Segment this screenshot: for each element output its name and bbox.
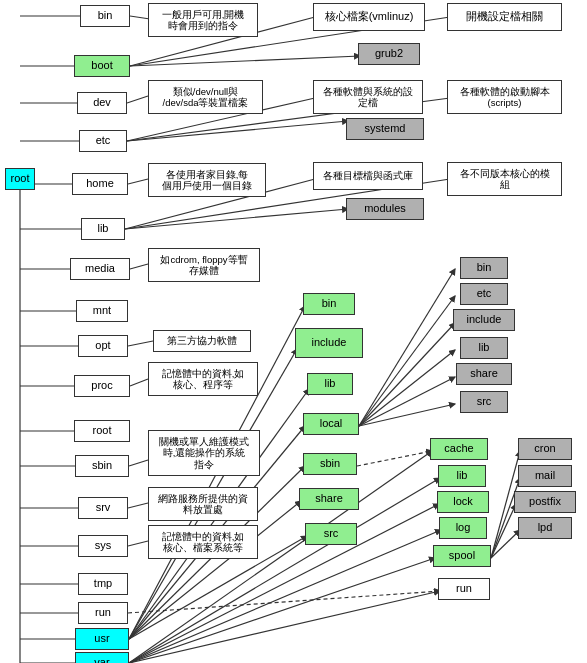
- systemd-node: systemd: [346, 118, 424, 140]
- proc-node: proc: [74, 375, 130, 397]
- svg-line-29: [128, 541, 148, 546]
- svg-line-30: [130, 56, 360, 66]
- svg-line-48: [359, 323, 455, 426]
- usr-share-node: share: [299, 488, 359, 510]
- bootconf-node: 開機設定檔相關: [447, 3, 562, 31]
- usr-include-node: include: [295, 328, 363, 358]
- svg-line-60: [491, 504, 516, 558]
- grub2-node: grub2: [358, 43, 420, 65]
- svg-line-46: [359, 269, 455, 426]
- opt-node: opt: [78, 335, 128, 357]
- note-sbin: 關機或單人維護模式時,還能操作的系統指令: [148, 430, 260, 476]
- var-node: var: [75, 652, 129, 663]
- usr-lib-node: lib: [307, 373, 353, 395]
- svg-line-22: [127, 96, 148, 103]
- usr-node: usr: [75, 628, 129, 650]
- srv-node: srv: [78, 497, 128, 519]
- svg-line-26: [130, 379, 148, 386]
- tmp-node: tmp: [78, 573, 128, 595]
- svg-line-56: [129, 558, 435, 663]
- etc-note1: 各種軟體與系統的設定檔: [313, 80, 423, 114]
- usr-src-node: src: [305, 523, 357, 545]
- svg-line-50: [359, 377, 455, 426]
- note-media: 如cdrom, floppy等暫存媒體: [148, 248, 260, 282]
- home-node: home: [72, 173, 128, 195]
- postfix-node: postfix: [514, 491, 576, 513]
- sys-node: sys: [78, 535, 128, 557]
- cron-node: cron: [518, 438, 572, 460]
- vmlinuz-node: 核心檔案(vmlinuz): [313, 3, 425, 31]
- svg-line-36: [125, 209, 348, 229]
- svg-line-25: [128, 341, 153, 346]
- var-lib-node: lib: [438, 465, 486, 487]
- lib-note1: 各種目標檔與函式庫: [313, 162, 423, 190]
- bin-node: bin: [80, 5, 130, 27]
- local-etc-node: etc: [460, 283, 508, 305]
- media-node: media: [70, 258, 130, 280]
- svg-line-49: [359, 350, 455, 426]
- svg-line-57: [129, 591, 440, 663]
- run-node: run: [78, 602, 128, 624]
- boot-node: boot: [74, 55, 130, 77]
- usr-bin-node: bin: [303, 293, 355, 315]
- modules-node: modules: [346, 198, 424, 220]
- local-share-node: share: [456, 363, 512, 385]
- lib-note2: 各不同版本核心的模組: [447, 162, 562, 196]
- root-node: root: [5, 168, 35, 190]
- note-dev: 類似/dev/null與/dev/sda等裝置檔案: [148, 80, 263, 114]
- mail-node: mail: [518, 465, 572, 487]
- note-home: 各使用者家目錄,每個用戶使用一個目錄: [148, 163, 266, 197]
- local-lib-node: lib: [460, 337, 508, 359]
- var-log-node: log: [439, 517, 487, 539]
- mnt-node: mnt: [76, 300, 128, 322]
- note-bin: 一般用戶可用,開機時會用到的指令: [148, 3, 258, 37]
- note-proc: 記憶體中的資料,如核心、程序等: [148, 362, 258, 396]
- filesystem-diagram: root bin boot dev etc home lib media mnt…: [0, 0, 587, 663]
- lpd-node: lpd: [518, 517, 572, 539]
- svg-line-61: [491, 530, 520, 558]
- note-sys: 記憶體中的資料,如核心、檔案系統等: [148, 525, 258, 559]
- note-opt: 第三方協力軟體: [153, 330, 251, 352]
- svg-line-63: [357, 451, 432, 466]
- local-src-node: src: [460, 391, 508, 413]
- var-spool-node: spool: [433, 545, 491, 567]
- svg-line-27: [129, 460, 148, 466]
- usr-local-node: local: [303, 413, 359, 435]
- svg-line-44: [129, 501, 301, 639]
- svg-line-47: [359, 296, 455, 426]
- var-cache-node: cache: [430, 438, 488, 460]
- sbin-node: sbin: [75, 455, 129, 477]
- dev-node: dev: [77, 92, 127, 114]
- svg-line-23: [128, 179, 148, 184]
- svg-line-59: [491, 478, 520, 558]
- var-run-node: run: [438, 578, 490, 600]
- etc-note2: 各種軟體的啟動腳本(scripts): [447, 80, 562, 114]
- note-srv: 網路服務所提供的資料放置處: [148, 487, 258, 521]
- svg-line-51: [359, 404, 455, 426]
- usr-sbin-node: sbin: [303, 453, 357, 475]
- lib-node: lib: [81, 218, 125, 240]
- svg-line-62: [128, 591, 440, 613]
- svg-line-28: [128, 503, 148, 508]
- svg-line-24: [130, 264, 148, 269]
- var-lock-node: lock: [437, 491, 489, 513]
- svg-line-21: [130, 16, 150, 19]
- svg-line-33: [127, 121, 348, 141]
- root-dir-node: root: [74, 420, 130, 442]
- local-include-node: include: [453, 309, 515, 331]
- local-bin-node: bin: [460, 257, 508, 279]
- etc-node: etc: [79, 130, 127, 152]
